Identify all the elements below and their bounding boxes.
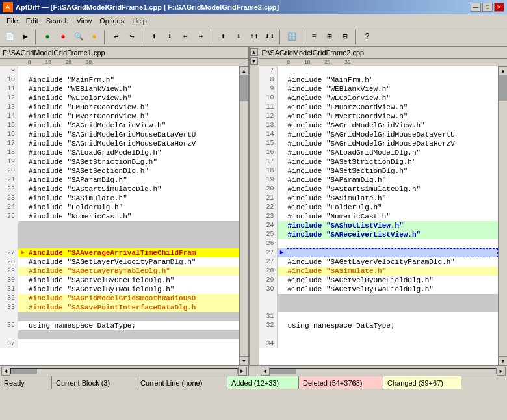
left-scroll-track[interactable] bbox=[240, 75, 248, 356]
menu-edit[interactable]: Edit bbox=[22, 16, 42, 26]
toolbar-btn-5[interactable]: 🔍 bbox=[72, 30, 86, 44]
line-number bbox=[259, 303, 278, 312]
line-marker bbox=[278, 94, 287, 103]
line-marker bbox=[278, 230, 287, 239]
center-nav-down[interactable]: ▼ bbox=[250, 57, 258, 65]
line-number: 22 bbox=[259, 203, 278, 212]
line-code bbox=[27, 339, 239, 348]
toolbar-btn-12[interactable]: ➡ bbox=[194, 30, 208, 44]
maximize-button[interactable]: □ bbox=[482, 3, 493, 12]
line-marker bbox=[278, 75, 287, 85]
menu-view[interactable]: View bbox=[73, 16, 96, 26]
toolbar-btn-17[interactable]: 🔠 bbox=[285, 30, 299, 44]
center-sep: ▲ ▼ bbox=[249, 47, 259, 365]
left-hscroll-track[interactable] bbox=[10, 368, 238, 374]
line-code bbox=[27, 330, 239, 339]
left-hscroll-thumb bbox=[11, 369, 37, 374]
menu-search[interactable]: Search bbox=[42, 16, 73, 26]
right-hscroll[interactable]: ◄ ► bbox=[259, 366, 508, 376]
line-number: 24 bbox=[0, 203, 18, 212]
table-row: 31#include "SAGetVelByTwoFieldDlg.h" bbox=[0, 285, 239, 294]
left-hscroll-left[interactable]: ◄ bbox=[1, 367, 10, 376]
toolbar-btn-13[interactable]: ⬆ bbox=[216, 30, 230, 44]
line-code bbox=[27, 230, 239, 239]
line-number: 26 bbox=[259, 239, 278, 248]
toolbar-btn-6[interactable]: ● bbox=[87, 30, 101, 44]
minimize-button[interactable]: — bbox=[471, 3, 481, 12]
right-hscroll-left[interactable]: ◄ bbox=[261, 367, 270, 376]
left-vscroll[interactable]: ▲ ▼ bbox=[239, 66, 248, 365]
toolbar-btn-help[interactable]: ? bbox=[360, 30, 374, 44]
line-marker bbox=[18, 103, 27, 112]
line-code: #include "SAGridModelGridMouseDataHorzV bbox=[27, 139, 239, 148]
toolbar-btn-7[interactable]: ↩ bbox=[109, 30, 124, 44]
diff-area: F:\SAGridModelGridFrame1.cpp 0 10 20 30 … bbox=[0, 47, 507, 365]
toolbar-btn-8[interactable]: ↪ bbox=[125, 30, 139, 44]
toolbar-sep-3 bbox=[142, 30, 144, 44]
right-code-area[interactable]: 78#include "MainFrm.h"9#include "WEBlank… bbox=[259, 66, 499, 365]
line-code bbox=[287, 339, 499, 348]
line-marker bbox=[278, 267, 287, 276]
toolbar-btn-1[interactable]: 📄 bbox=[3, 30, 17, 44]
toolbar-btn-11[interactable]: ⬅ bbox=[178, 30, 192, 44]
line-marker bbox=[18, 312, 27, 321]
line-marker bbox=[278, 285, 287, 294]
line-marker bbox=[18, 139, 27, 148]
line-number: 16 bbox=[259, 148, 278, 157]
left-pane: F:\SAGridModelGridFrame1.cpp 0 10 20 30 … bbox=[0, 47, 249, 365]
line-code bbox=[287, 294, 499, 303]
close-button[interactable]: ✕ bbox=[494, 3, 504, 12]
table-row: 14#include "SAGridModelGridMouseDataVert… bbox=[259, 130, 499, 139]
line-code: using namespace DataType; bbox=[287, 321, 499, 330]
hscroll-center-gap bbox=[249, 366, 259, 376]
line-marker bbox=[278, 157, 287, 166]
right-vscroll[interactable]: ▲ ▼ bbox=[498, 66, 507, 365]
toolbar-btn-14[interactable]: ⬇ bbox=[231, 30, 246, 44]
line-number: 15 bbox=[0, 121, 18, 130]
toolbar-btn-4[interactable]: ● bbox=[56, 30, 70, 44]
line-code: #include "SAStartSimulateDlg.h" bbox=[287, 185, 499, 194]
center-nav-up[interactable]: ▲ bbox=[250, 48, 258, 56]
line-marker bbox=[18, 294, 27, 303]
table-row: 34 bbox=[259, 339, 499, 348]
toolbar-btn-16[interactable]: ⬇⬇ bbox=[263, 30, 277, 44]
right-hscroll-track[interactable] bbox=[270, 368, 497, 374]
left-pane-header: F:\SAGridModelGridFrame1.cpp bbox=[0, 47, 248, 59]
toolbar-btn-10[interactable]: ⬇ bbox=[162, 30, 177, 44]
toolbar-btn-3[interactable]: ● bbox=[40, 30, 55, 44]
left-scroll-down[interactable]: ▼ bbox=[240, 356, 248, 365]
right-scroll-track[interactable] bbox=[499, 75, 507, 356]
table-row: 13#include "SAGridModelGridView.h" bbox=[259, 121, 499, 130]
line-number: 9 bbox=[0, 66, 18, 75]
title-bar: A AptDiff — [F:\SAGridModelGridFrame1.cp… bbox=[0, 0, 507, 14]
window-title: AptDiff — [F:\SAGridModelGridFrame1.cpp … bbox=[16, 3, 279, 11]
left-hscroll-right[interactable]: ► bbox=[238, 367, 247, 376]
line-number bbox=[0, 221, 18, 230]
right-scroll-down[interactable]: ▼ bbox=[499, 356, 507, 365]
menu-options[interactable]: Options bbox=[96, 16, 128, 26]
right-hscroll-right[interactable]: ► bbox=[497, 367, 506, 376]
left-hscroll[interactable]: ◄ ► bbox=[0, 366, 249, 376]
line-marker bbox=[278, 203, 287, 212]
line-number: 23 bbox=[259, 212, 278, 221]
left-scroll-up[interactable]: ▲ bbox=[240, 66, 248, 75]
table-row bbox=[0, 221, 239, 230]
toolbar-sep-6 bbox=[302, 30, 304, 44]
toolbar-sep-1 bbox=[35, 30, 38, 44]
right-scroll-up[interactable]: ▲ bbox=[499, 66, 507, 75]
toolbar-btn-15[interactable]: ⬆⬆ bbox=[247, 30, 261, 44]
toolbar-btn-18[interactable]: ≡ bbox=[307, 30, 321, 44]
line-number: 12 bbox=[0, 94, 18, 103]
table-row: 20#include "SASetSectionDlg.h" bbox=[0, 166, 239, 176]
toolbar-btn-19[interactable]: ⊞ bbox=[322, 30, 337, 44]
menu-file[interactable]: File bbox=[3, 16, 22, 26]
toolbar-btn-9[interactable]: ⬆ bbox=[147, 30, 161, 44]
line-marker bbox=[278, 112, 287, 121]
menu-help[interactable]: Help bbox=[128, 16, 151, 26]
line-code bbox=[27, 312, 239, 321]
left-code-area[interactable]: 910#include "MainFrm.h"11#include "WEBla… bbox=[0, 66, 239, 365]
toolbar-btn-2[interactable]: ▶ bbox=[18, 30, 32, 44]
toolbar-btn-20[interactable]: ⊟ bbox=[338, 30, 352, 44]
right-hscroll-thumb bbox=[270, 369, 296, 374]
toolbar-sep-4 bbox=[211, 30, 213, 44]
